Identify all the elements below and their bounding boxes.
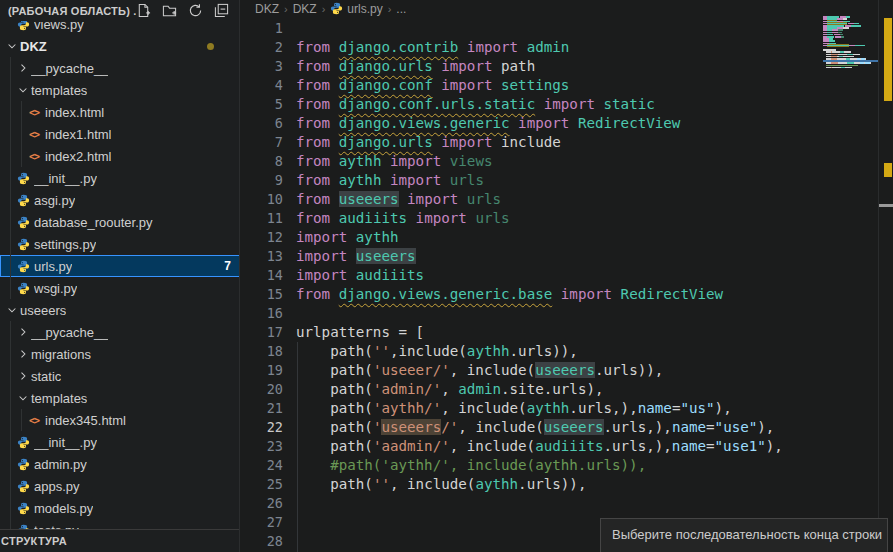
code-line-19[interactable]: path('useeer/', include(useeers.urls)), xyxy=(296,361,663,380)
code-line-12[interactable]: import aythh xyxy=(296,228,399,247)
overview-ruler[interactable] xyxy=(879,0,893,552)
new-folder-icon[interactable] xyxy=(162,3,177,18)
python-icon xyxy=(17,194,30,207)
code-line-15[interactable]: from django.views.generic.base import Re… xyxy=(296,285,723,304)
code-line-23[interactable]: path('aadmin/', include(audiiits.urls,),… xyxy=(296,437,783,456)
line-number[interactable]: 16 xyxy=(241,304,283,323)
line-number[interactable]: 8 xyxy=(241,152,283,171)
line-number[interactable]: 23 xyxy=(241,437,283,456)
line-number[interactable]: 10 xyxy=(241,190,283,209)
explorer-item-urls-py[interactable]: urls.py7 xyxy=(0,255,240,277)
code-line-20[interactable]: path('admin/', admin.site.urls), xyxy=(296,380,604,399)
python-icon xyxy=(17,436,30,449)
code-line-14[interactable]: import audiiits xyxy=(296,266,424,285)
code-line-21[interactable]: path('aythh/', include(aythh.urls,),name… xyxy=(296,399,732,418)
line-number[interactable]: 3 xyxy=(241,57,283,76)
line-number[interactable]: 19 xyxy=(241,361,283,380)
code-line-4[interactable]: from django.conf import settings xyxy=(296,76,569,95)
explorer-item-apps-py[interactable]: apps.py xyxy=(0,475,240,497)
explorer-item-index1-html[interactable]: <>index1.html xyxy=(0,123,240,145)
code-line-7[interactable]: from django.urls import include xyxy=(296,133,561,152)
python-icon xyxy=(17,172,30,185)
file-label: settings.py xyxy=(34,237,96,252)
explorer-item--init-py[interactable]: __init__.py xyxy=(0,167,240,189)
breadcrumb-item[interactable]: urls.py xyxy=(330,2,382,16)
explorer-item--init-py[interactable]: __init__.py xyxy=(0,431,240,453)
code-line-22[interactable]: path('useeers/', include(useeers.urls,),… xyxy=(296,418,774,437)
code-line-13[interactable]: import useeers xyxy=(296,247,416,266)
explorer-item-useeers[interactable]: useeers xyxy=(0,299,240,321)
tree-indent-guide xyxy=(21,101,22,167)
ruler-mark xyxy=(884,18,892,101)
breadcrumb-item[interactable]: ... xyxy=(396,2,406,16)
code-line-18[interactable]: path('',include(aythh.urls)), xyxy=(296,342,578,361)
code-line-11[interactable]: from audiiits import urls xyxy=(296,209,510,228)
code-line-9[interactable]: from aythh import urls xyxy=(296,171,484,190)
explorer-item-index-html[interactable]: <>index.html xyxy=(0,101,240,123)
tooltip-text: Выберите последовательность конца строки xyxy=(612,527,882,542)
explorer-item-templates[interactable]: templates xyxy=(0,79,240,101)
line-number[interactable]: 13 xyxy=(241,247,283,266)
explorer-item-admin-py[interactable]: admin.py xyxy=(0,453,240,475)
file-label: wsgi.py xyxy=(34,281,77,296)
line-number[interactable]: 25 xyxy=(241,475,283,494)
minimap[interactable] xyxy=(823,0,878,552)
line-number[interactable]: 6 xyxy=(241,114,283,133)
explorer-item-templates[interactable]: templates xyxy=(0,387,240,409)
explorer-item-migrations[interactable]: migrations xyxy=(0,343,240,365)
breadcrumb-item[interactable]: DKZ xyxy=(255,2,279,16)
code-line-8[interactable]: from aythh import views xyxy=(296,152,493,171)
line-number[interactable]: 7 xyxy=(241,133,283,152)
line-number[interactable]: 17 xyxy=(241,323,283,342)
code-line-24[interactable]: #path('aythh/', include(aythh.urls)), xyxy=(296,456,646,475)
line-number[interactable]: 24 xyxy=(241,456,283,475)
line-number[interactable]: 26 xyxy=(241,494,283,513)
file-label: __init__.py xyxy=(34,435,97,450)
line-number[interactable]: 28 xyxy=(241,532,283,551)
explorer-item-wsgi-py[interactable]: wsgi.py xyxy=(0,277,240,299)
code-line-2[interactable]: from django.contrib import admin xyxy=(296,38,569,57)
explorer-item-index345-html[interactable]: <>index345.html xyxy=(0,409,240,431)
line-number[interactable]: 14 xyxy=(241,266,283,285)
chevron-down-icon xyxy=(17,392,29,404)
code-line-10[interactable]: from useeers import urls xyxy=(296,190,501,209)
line-number[interactable]: 18 xyxy=(241,342,283,361)
explorer-item--pycache-[interactable]: __pycache__ xyxy=(0,321,240,343)
collapse-all-icon[interactable] xyxy=(214,3,229,18)
line-number[interactable]: 27 xyxy=(241,513,283,532)
python-icon xyxy=(17,260,30,273)
line-number[interactable]: 4 xyxy=(241,76,283,95)
file-label: templates xyxy=(31,83,87,98)
statusbar-tooltip: Выберите последовательность конца строки xyxy=(600,518,888,552)
explorer-item-settings-py[interactable]: settings.py xyxy=(0,233,240,255)
explorer-item-database-roouter-py[interactable]: database_roouter.py xyxy=(0,211,240,233)
chevron-down-icon xyxy=(6,40,18,52)
code-line-25[interactable]: path('', include(aythh.urls)), xyxy=(296,475,586,494)
explorer-item-static[interactable]: static xyxy=(0,365,240,387)
line-number[interactable]: 21 xyxy=(241,399,283,418)
line-number[interactable]: 5 xyxy=(241,95,283,114)
code-line-3[interactable]: from django.urls import path xyxy=(296,57,535,76)
line-number[interactable]: 1 xyxy=(241,19,283,38)
chevron-right-icon xyxy=(17,326,29,338)
explorer-item-asgi-py[interactable]: asgi.py xyxy=(0,189,240,211)
line-number[interactable]: 15 xyxy=(241,285,283,304)
tree-indent-guide xyxy=(21,409,22,431)
explorer-item-models-py[interactable]: models.py xyxy=(0,497,240,519)
code-line-5[interactable]: from django.conf.urls.static import stat… xyxy=(296,95,655,114)
refresh-icon[interactable] xyxy=(188,3,203,18)
explorer-item-index2-html[interactable]: <>index2.html xyxy=(0,145,240,167)
line-number[interactable]: 9 xyxy=(241,171,283,190)
line-number[interactable]: 2 xyxy=(241,38,283,57)
explorer-item-dkz[interactable]: DKZ xyxy=(0,35,240,57)
line-number[interactable]: 11 xyxy=(241,209,283,228)
breadcrumb-item[interactable]: DKZ xyxy=(293,2,317,16)
explorer-item--pycache-[interactable]: __pycache__ xyxy=(0,57,240,79)
outline-section-header[interactable]: СТРУКТУРА xyxy=(0,529,240,552)
line-number[interactable]: 22 xyxy=(241,418,283,437)
code-line-6[interactable]: from django.views.generic import Redirec… xyxy=(296,114,680,133)
line-number[interactable]: 20 xyxy=(241,380,283,399)
new-file-icon[interactable] xyxy=(136,3,151,18)
line-number[interactable]: 12 xyxy=(241,228,283,247)
code-line-17[interactable]: urlpatterns = [ xyxy=(296,323,424,342)
